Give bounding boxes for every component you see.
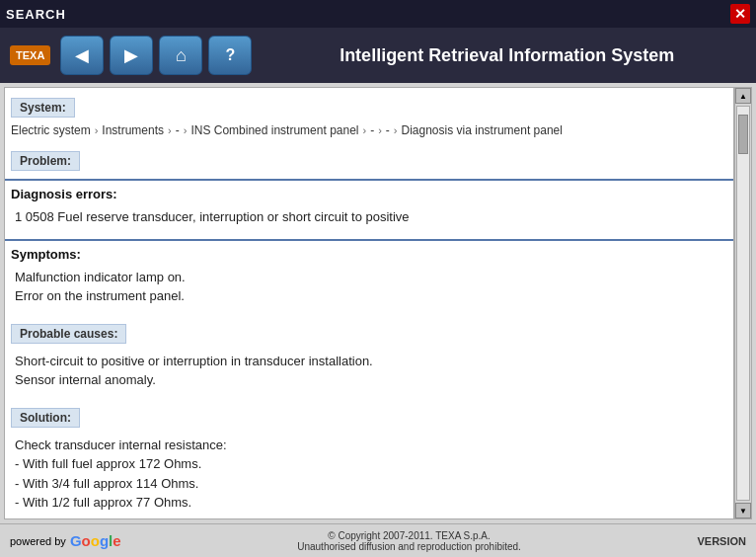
footer-copyright: © Copyright 2007-2011. TEXA S.p.A. Unaut… [297, 530, 521, 552]
divider-2 [5, 239, 733, 241]
unauthorized-text: Unauthorised diffusion and reproduction … [297, 541, 521, 552]
diagnosis-header: Diagnosis errors: [5, 185, 733, 203]
probable-label: Probable causes: [11, 324, 126, 344]
window-title: SEARCH [6, 7, 66, 22]
copyright-text: © Copyright 2007-2011. TEXA S.p.A. [297, 530, 521, 541]
solution-content: Check transducer internal resistance:- W… [5, 432, 733, 520]
help-icon: ? [225, 46, 235, 64]
footer: powered by Google © Copyright 2007-2011.… [0, 523, 756, 557]
app-title: Intelligent Retrieval Information System [267, 45, 746, 66]
breadcrumb: Electric system › Instruments › - › INS … [5, 121, 733, 143]
problem-label: Problem: [11, 151, 80, 171]
powered-by-text: powered by [10, 535, 66, 547]
home-button[interactable]: ⌂ [159, 36, 202, 75]
scroll-up-button[interactable]: ▲ [735, 88, 751, 104]
symptoms-header: Symptoms: [5, 245, 733, 264]
breadcrumb-dash3: - [386, 123, 390, 137]
breadcrumb-electric: Electric system [11, 123, 91, 137]
scroll-thumb[interactable] [738, 115, 748, 154]
help-button[interactable]: ? [208, 36, 252, 75]
forward-button[interactable]: ▶ [110, 36, 153, 75]
solution-label: Solution: [11, 408, 80, 428]
back-button[interactable]: ◀ [60, 36, 104, 75]
system-label: System: [11, 98, 75, 118]
texa-logo: TEXA [10, 45, 50, 65]
scroll-track[interactable] [736, 106, 750, 501]
scroll-down-button[interactable]: ▼ [735, 503, 751, 518]
probable-content: Short-circuit to positive or interruptio… [5, 348, 733, 398]
breadcrumb-dash1: - [176, 123, 180, 137]
toolbar: TEXA ◀ ▶ ⌂ ? Intelligent Retrieval Infor… [0, 28, 756, 83]
main-container: System: Electric system › Instruments › … [0, 83, 756, 523]
forward-icon: ▶ [124, 44, 138, 66]
breadcrumb-diagnosis: Diagnosis via instrument panel [402, 123, 563, 137]
home-icon: ⌂ [176, 45, 187, 66]
google-logo: Google [70, 532, 121, 549]
scrollbar[interactable]: ▲ ▼ [734, 87, 752, 519]
content-area: System: Electric system › Instruments › … [4, 87, 734, 519]
breadcrumb-instruments: Instruments [102, 123, 164, 137]
breadcrumb-dash2: - [370, 123, 374, 137]
version-text: VERSION [697, 535, 746, 547]
system-section: System: Electric system › Instruments › … [5, 88, 733, 143]
back-icon: ◀ [75, 44, 89, 66]
close-button[interactable]: ✕ [730, 4, 750, 24]
problem-section: Problem: Diagnosis errors: 1 0508 Fuel r… [5, 143, 733, 519]
breadcrumb-combined: INS Combined instrument panel [190, 123, 358, 137]
footer-left: powered by Google [10, 532, 121, 549]
divider-1 [5, 179, 733, 181]
title-bar: SEARCH ✕ [0, 0, 756, 28]
symptoms-content: Malfunction indicator lamp on.Error on t… [5, 264, 733, 314]
diagnosis-content: 1 0508 Fuel reserve transducer, interrup… [5, 203, 733, 235]
